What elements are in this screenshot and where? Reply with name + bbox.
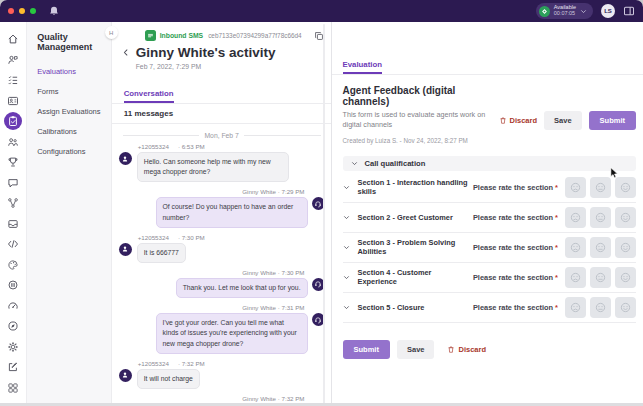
quality-management-sidebar: Quality Management Evaluations Forms Ass… — [27, 22, 112, 406]
team-icon[interactable] — [4, 133, 22, 151]
sidebar-item-calibrations[interactable]: Calibrations — [37, 127, 111, 136]
message-bubble: I've got your order. Can you tell me wha… — [156, 313, 308, 354]
home-icon[interactable] — [4, 30, 22, 48]
neutral-face-rating-button[interactable] — [590, 267, 611, 288]
sidebar-collapse-badge[interactable]: H — [105, 26, 118, 39]
app-navigation-rail — [0, 22, 27, 406]
discard-button-footer[interactable]: Discard — [447, 345, 486, 354]
section-title: Section 3 - Problem Solving Abilities — [358, 238, 473, 256]
trophy-icon[interactable] — [4, 153, 22, 171]
sidebar-item-configurations[interactable]: Configurations — [37, 147, 111, 156]
tab-evaluation[interactable]: Evaluation — [343, 60, 382, 74]
minimize-window-button[interactable] — [19, 8, 25, 14]
checklist-icon[interactable] — [4, 71, 22, 89]
form-title: Agent Feedback (digital channels) — [343, 85, 493, 107]
user-avatar[interactable]: LS — [601, 4, 615, 18]
gear-icon[interactable] — [4, 338, 22, 356]
close-window-button[interactable] — [8, 8, 14, 14]
rate-section-label: Please rate the section * — [473, 303, 558, 312]
chevron-down-icon[interactable] — [343, 274, 350, 281]
chevron-down-icon[interactable] — [343, 184, 350, 191]
code-icon[interactable] — [4, 235, 22, 253]
happy-face-rating-button[interactable] — [615, 297, 636, 318]
sidebar-item-evaluations[interactable]: Evaluations — [37, 67, 111, 76]
chevron-down-icon — [351, 160, 358, 167]
inbox-icon[interactable] — [4, 215, 22, 233]
discard-button[interactable]: Discard — [499, 116, 538, 125]
agent-status-selector[interactable]: Available 00:07:05 — [536, 3, 593, 19]
section-row-4: Section 4 - Customer Experience Please r… — [343, 263, 636, 293]
message-sender: +12055324 — [138, 234, 169, 241]
status-timer: 00:07:05 — [554, 11, 576, 17]
evaluation-panel: Evaluation Agent Feedback (digital chann… — [331, 22, 643, 406]
page-title: Ginny White's activity — [136, 45, 276, 60]
message-time: 7:29 PM — [276, 188, 305, 195]
contact-card-icon[interactable] — [4, 92, 22, 110]
neutral-face-rating-button[interactable] — [590, 207, 611, 228]
submit-button-footer[interactable]: Submit — [343, 340, 390, 359]
message-agent: Ginny White7:30 PM Thank you. Let me loo… — [119, 269, 325, 298]
chevron-down-icon[interactable] — [343, 244, 350, 251]
happy-face-rating-button[interactable] — [615, 237, 636, 258]
sad-face-rating-button[interactable] — [565, 177, 586, 198]
message-sender: Ginny White — [242, 304, 276, 311]
agent-assist-icon[interactable] — [4, 51, 22, 69]
save-button[interactable]: Save — [544, 111, 582, 130]
chevron-down-icon[interactable] — [343, 214, 350, 221]
compose-icon[interactable] — [4, 358, 22, 376]
gauge-icon[interactable] — [4, 297, 22, 315]
message-sender: +12055324 — [138, 143, 169, 150]
required-asterisk: * — [555, 183, 558, 192]
notifications-bell-icon[interactable] — [48, 5, 60, 17]
message-time: 7:30 PM — [276, 269, 305, 276]
panel-toggle-icon[interactable] — [623, 5, 635, 17]
section-row-5: Section 5 - Closure Please rate the sect… — [343, 293, 636, 323]
sad-face-rating-button[interactable] — [565, 237, 586, 258]
sidebar-item-assign-evaluations[interactable]: Assign Evaluations — [37, 107, 111, 116]
back-chevron-icon[interactable] — [121, 48, 130, 57]
app-window: Available 00:07:05 LS — [0, 0, 643, 406]
chat-icon[interactable] — [4, 174, 22, 192]
compass-icon[interactable] — [4, 317, 22, 335]
tab-conversation[interactable]: Conversation — [124, 89, 174, 103]
quality-management-clipboard-icon[interactable] — [4, 112, 22, 130]
form-created-by: Created by Luiza S. - Nov 24, 2022, 8:27… — [343, 137, 493, 144]
sidebar-title: Quality Management — [37, 32, 109, 53]
customer-avatar-icon — [119, 243, 132, 256]
rate-section-label: Please rate the section * — [473, 183, 558, 192]
message-sender: Ginny White — [242, 395, 276, 402]
section-row-2: Section 2 - Greet Customer Please rate t… — [343, 203, 636, 233]
neutral-face-rating-button[interactable] — [590, 177, 611, 198]
section-title: Section 1 - Interaction handling skills — [358, 178, 473, 196]
message-customer: +120553246:53 PM Hello. Can someone help… — [119, 143, 325, 182]
message-customer: +120553247:30 PM It is 666777 — [119, 234, 325, 263]
happy-face-rating-button[interactable] — [615, 267, 636, 288]
sad-face-rating-button[interactable] — [565, 297, 586, 318]
apps-grid-icon[interactable] — [4, 379, 22, 397]
neutral-face-rating-button[interactable] — [590, 237, 611, 258]
coin-icon[interactable] — [4, 276, 22, 294]
inbound-sms-channel-icon — [145, 30, 156, 41]
form-description: This form is used to evaluate agents wor… — [343, 110, 493, 131]
customer-avatar-icon — [119, 152, 132, 165]
chevron-down-icon[interactable] — [343, 304, 350, 311]
palette-icon[interactable] — [4, 256, 22, 274]
call-qualification-header[interactable]: Call qualification — [343, 156, 636, 171]
evaluation-sections: Section 1 - Interaction handling skills … — [332, 173, 643, 323]
save-button-footer[interactable]: Save — [397, 340, 435, 359]
happy-face-rating-button[interactable] — [615, 177, 636, 198]
trash-icon — [499, 116, 507, 125]
zoom-window-button[interactable] — [30, 8, 36, 14]
neutral-face-rating-button[interactable] — [590, 297, 611, 318]
conversation-scrollbar[interactable] — [323, 24, 325, 406]
customer-avatar-icon — [119, 369, 132, 382]
sad-face-rating-button[interactable] — [565, 267, 586, 288]
message-customer: +120553247:32 PM It will not charge — [119, 360, 325, 389]
happy-face-rating-button[interactable] — [615, 207, 636, 228]
submit-button[interactable]: Submit — [589, 111, 636, 130]
interaction-id: ceb7133e07394299a77f78c66d4 — [208, 32, 301, 39]
sidebar-item-forms[interactable]: Forms — [37, 87, 111, 96]
message-time: 7:32 PM — [276, 395, 305, 402]
workflow-icon[interactable] — [4, 194, 22, 212]
sad-face-rating-button[interactable] — [565, 207, 586, 228]
